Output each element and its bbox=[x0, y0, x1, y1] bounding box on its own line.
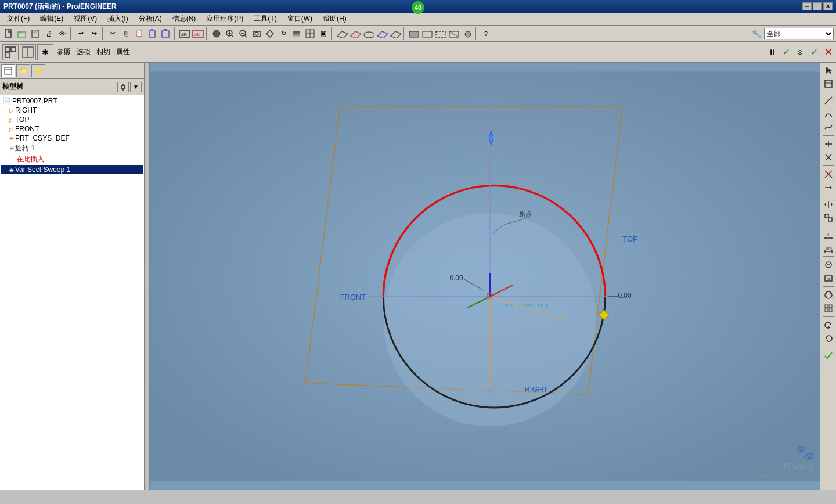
menu-file[interactable]: 文件(F) bbox=[2, 13, 34, 25]
datum4-btn[interactable] bbox=[376, 27, 388, 40]
model-display2-btn[interactable] bbox=[421, 27, 434, 40]
tangent-label[interactable]: 相切 bbox=[96, 47, 110, 57]
view3-btn[interactable]: ▣ bbox=[317, 27, 330, 40]
panel-tab-2[interactable]: 📁 bbox=[16, 64, 30, 77]
tree-item-csys[interactable]: ✳ PRT_CSYS_DEF bbox=[1, 134, 143, 143]
rt-cross2-btn[interactable] bbox=[822, 151, 835, 164]
datum3-btn[interactable] bbox=[362, 27, 375, 40]
sketch2-btn[interactable]: SK bbox=[192, 27, 204, 40]
rt-trim-btn[interactable] bbox=[822, 168, 835, 181]
rt-scale-btn[interactable] bbox=[822, 211, 835, 224]
tree-item-var-sect-sweep[interactable]: ◈ Var Sect Sweep 1 bbox=[1, 165, 143, 174]
menu-window[interactable]: 窗口(W) bbox=[283, 13, 317, 25]
accept-button[interactable]: ✓ bbox=[808, 46, 820, 58]
redo-btn[interactable]: ↪ bbox=[88, 27, 100, 40]
tree-item-insert[interactable]: → 在此插入 bbox=[1, 154, 143, 165]
model-display-btn[interactable] bbox=[408, 27, 420, 40]
rt-palette-btn[interactable] bbox=[822, 289, 835, 301]
regen2-btn[interactable] bbox=[160, 27, 172, 40]
option-label[interactable]: 选项 bbox=[77, 47, 91, 57]
menu-view[interactable]: 视图(V) bbox=[69, 13, 102, 25]
rt-extend-btn[interactable] bbox=[822, 181, 835, 194]
model-display4-btn[interactable] bbox=[448, 27, 460, 40]
print-btn[interactable]: 🖨 bbox=[42, 27, 55, 40]
close-button[interactable]: ✕ bbox=[823, 2, 833, 10]
menu-tools[interactable]: 工具(T) bbox=[249, 13, 281, 25]
rt-line-btn[interactable] bbox=[822, 94, 835, 107]
watermark: 🐾 野火论坛 www.prowildfire.com bbox=[761, 444, 814, 478]
paste-btn[interactable]: 📋 bbox=[133, 27, 146, 40]
menu-info[interactable]: 信息(N) bbox=[168, 13, 201, 25]
help-btn[interactable]: ? bbox=[480, 27, 492, 40]
menu-analysis[interactable]: 分析(A) bbox=[134, 13, 167, 25]
menu-edit[interactable]: 编辑(E) bbox=[35, 13, 68, 25]
eye-button[interactable]: ⊙ bbox=[794, 46, 806, 58]
tree-item-rotate1[interactable]: ⊕ 旋转 1 bbox=[1, 143, 143, 154]
panel-tab-1[interactable] bbox=[1, 64, 15, 77]
tangent-tab-btn[interactable]: ✱ bbox=[37, 44, 53, 60]
datum-btn[interactable] bbox=[336, 27, 348, 40]
rt-mirror-btn[interactable] bbox=[822, 198, 835, 211]
minimize-button[interactable]: ─ bbox=[802, 2, 812, 10]
tree-item-prt0007[interactable]: 📄 PRT0007.PRT bbox=[1, 96, 143, 106]
panel-tab-3[interactable]: ⭐ bbox=[31, 64, 45, 77]
rt-arc-btn[interactable] bbox=[822, 107, 835, 120]
datum2-btn[interactable] bbox=[349, 27, 362, 40]
rt-grid-btn[interactable] bbox=[822, 302, 835, 315]
tree-label-rotate1: 旋转 1 bbox=[15, 143, 35, 153]
rt-select-btn[interactable] bbox=[822, 64, 835, 77]
maximize-button[interactable]: □ bbox=[813, 2, 822, 10]
rt-cross-btn[interactable] bbox=[822, 138, 835, 150]
cancel-button[interactable]: ✕ bbox=[822, 46, 834, 58]
sphere-btn[interactable] bbox=[210, 27, 223, 40]
rt-constrain-btn[interactable] bbox=[822, 258, 835, 271]
menu-apps[interactable]: 应用程序(P) bbox=[201, 13, 248, 25]
svg-marker-32 bbox=[377, 31, 388, 38]
model-display5-btn[interactable] bbox=[461, 27, 474, 40]
sect-tab-btn[interactable] bbox=[20, 44, 36, 60]
display-btn[interactable] bbox=[304, 27, 316, 40]
svg-marker-82 bbox=[830, 186, 832, 189]
check-button[interactable]: ✓ bbox=[780, 46, 792, 58]
prop-label[interactable]: 属性 bbox=[116, 47, 130, 57]
orient-btn[interactable] bbox=[264, 27, 276, 40]
watermark-line1: 野火论坛 bbox=[761, 462, 814, 472]
main-viewport[interactable]: TOP FRONT RIGHT PRT_CSYS_DEF 原点 0.00 0.0… bbox=[150, 63, 820, 490]
datum5-btn[interactable] bbox=[389, 27, 402, 40]
regen-btn[interactable] bbox=[146, 27, 159, 40]
rt-check-btn[interactable] bbox=[822, 349, 835, 362]
rt-ref-btn[interactable]: ref bbox=[822, 272, 835, 285]
open-btn[interactable] bbox=[16, 27, 28, 40]
save-btn[interactable] bbox=[29, 27, 42, 40]
tree-item-right[interactable]: ▷ RIGHT bbox=[1, 106, 143, 115]
sketch-btn[interactable]: SK bbox=[178, 27, 191, 40]
tree-item-front[interactable]: ▷ FRONT bbox=[1, 124, 143, 134]
rotate-btn[interactable]: ↻ bbox=[277, 27, 290, 40]
rt-flip-btn[interactable] bbox=[822, 332, 835, 345]
zoom-in-btn[interactable] bbox=[224, 27, 236, 40]
refit-btn[interactable] bbox=[250, 27, 263, 40]
new-btn[interactable] bbox=[2, 27, 15, 40]
menu-insert[interactable]: 插入(I) bbox=[103, 13, 132, 25]
preview-btn[interactable]: 👁 bbox=[56, 27, 69, 40]
pause-button[interactable]: ⏸ bbox=[766, 46, 778, 58]
layers-btn[interactable] bbox=[290, 27, 303, 40]
undo-btn[interactable]: ↩ bbox=[74, 27, 87, 40]
tree-item-top[interactable]: ▷ TOP bbox=[1, 115, 143, 124]
filter-dropdown[interactable]: 全部 bbox=[764, 28, 834, 39]
ref-label[interactable]: 参照 bbox=[57, 47, 71, 57]
ref-tab-btn[interactable] bbox=[2, 44, 19, 60]
panel-resize-handle[interactable] bbox=[145, 63, 150, 490]
tree-settings-btn[interactable] bbox=[117, 82, 129, 92]
rt-dim2-btn[interactable]: dm bbox=[822, 242, 835, 254]
rt-dim-btn[interactable]: d bbox=[822, 228, 835, 241]
menu-help[interactable]: 帮助(H) bbox=[318, 13, 351, 25]
rt-curve-btn[interactable] bbox=[822, 121, 835, 134]
zoom-out-btn[interactable] bbox=[237, 27, 250, 40]
cut-btn[interactable]: ✂ bbox=[106, 27, 119, 40]
rt-rotate2-btn[interactable] bbox=[822, 319, 835, 332]
copy-btn[interactable]: ⎘ bbox=[120, 27, 132, 40]
tree-filter-btn[interactable]: ▼ bbox=[130, 82, 142, 92]
model-display3-btn[interactable] bbox=[434, 27, 447, 40]
rt-view-btn[interactable] bbox=[822, 77, 835, 90]
